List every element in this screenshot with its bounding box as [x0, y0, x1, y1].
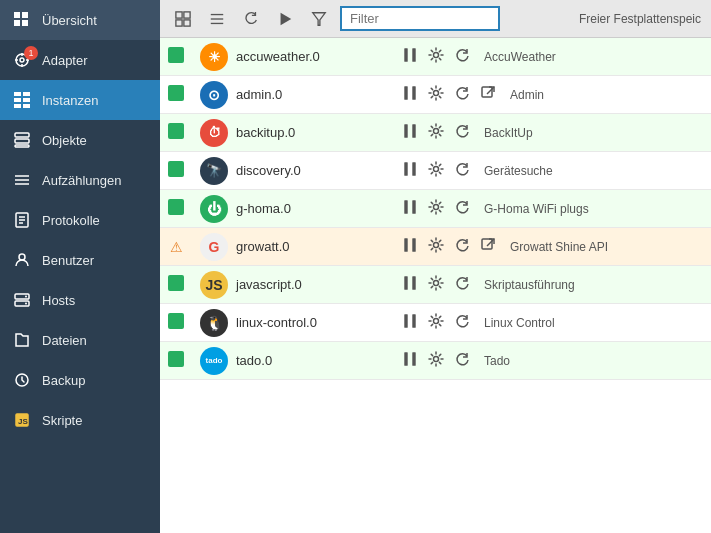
- instance-name: g-homa.0: [236, 201, 396, 216]
- restart-button[interactable]: [452, 160, 472, 181]
- restart-button[interactable]: [452, 122, 472, 143]
- play-button[interactable]: [272, 8, 298, 30]
- status-green-icon: [168, 313, 184, 329]
- sidebar-item-skripte[interactable]: JS Skripte: [0, 400, 160, 440]
- status-col: [168, 47, 192, 66]
- status-col: ⚠: [168, 239, 192, 255]
- table-row: ⚠ G growatt.0 Growatt Shine API: [160, 228, 711, 266]
- settings-button[interactable]: [426, 312, 446, 333]
- instance-name: discovery.0: [236, 163, 396, 178]
- card-view-button[interactable]: [170, 8, 196, 30]
- main-content: Freier Festplattenspeic ☀ accuweather.0: [160, 0, 711, 533]
- svg-point-73: [434, 357, 439, 362]
- svg-point-59: [434, 205, 439, 210]
- svg-point-45: [434, 53, 439, 58]
- filter-input[interactable]: [340, 6, 500, 31]
- adapter-icon-col: ⏱: [196, 119, 232, 147]
- pause-button[interactable]: [400, 274, 420, 295]
- svg-rect-1: [22, 12, 28, 18]
- restart-button[interactable]: [452, 84, 472, 105]
- restart-button[interactable]: [452, 198, 472, 219]
- pause-button[interactable]: [400, 122, 420, 143]
- svg-rect-46: [404, 86, 407, 100]
- pause-button[interactable]: [400, 350, 420, 371]
- settings-button[interactable]: [426, 350, 446, 371]
- sidebar-item-label: Dateien: [42, 333, 87, 348]
- status-col: [168, 161, 192, 180]
- settings-button[interactable]: [426, 84, 446, 105]
- instance-name: linux-control.0: [236, 315, 396, 330]
- instances-table: ☀ accuweather.0 AccuWeather ⊙ a: [160, 38, 711, 533]
- sidebar-item-adapter[interactable]: Adapter 1: [0, 40, 160, 80]
- status-green-icon: [168, 85, 184, 101]
- restart-button[interactable]: [452, 350, 472, 371]
- svg-rect-57: [404, 200, 407, 214]
- actions-col: [400, 160, 472, 181]
- sidebar-item-objekte[interactable]: Objekte: [0, 120, 160, 160]
- restart-button[interactable]: [452, 46, 472, 67]
- sidebar-item-hosts[interactable]: Hosts: [0, 280, 160, 320]
- refresh-button[interactable]: [238, 8, 264, 30]
- pause-button[interactable]: [400, 312, 420, 333]
- svg-rect-15: [23, 104, 30, 108]
- pause-button[interactable]: [400, 198, 420, 219]
- restart-button[interactable]: [452, 236, 472, 257]
- actions-col: [400, 46, 472, 67]
- sidebar-item-instanzen[interactable]: Instanzen: [0, 80, 160, 120]
- svg-rect-12: [14, 98, 21, 102]
- objekte-icon: [12, 130, 32, 150]
- pause-button[interactable]: [400, 236, 420, 257]
- settings-button[interactable]: [426, 46, 446, 67]
- svg-text:JS: JS: [18, 417, 28, 426]
- sidebar-item-protokolle[interactable]: Protokolle: [0, 200, 160, 240]
- adapter-icon-col: ☀: [196, 43, 232, 71]
- instance-description: Tado: [476, 354, 703, 368]
- svg-rect-49: [482, 87, 492, 97]
- settings-button[interactable]: [426, 274, 446, 295]
- adapter-icon: ☀: [200, 43, 228, 71]
- settings-button[interactable]: [426, 236, 446, 257]
- instance-description: Linux Control: [476, 316, 703, 330]
- adapter-icon-col: JS: [196, 271, 232, 299]
- status-green-icon: [168, 123, 184, 139]
- sidebar-item-dateien[interactable]: Dateien: [0, 320, 160, 360]
- disk-space-label: Freier Festplattenspeic: [579, 12, 701, 26]
- filter-button[interactable]: [306, 8, 332, 30]
- settings-button[interactable]: [426, 198, 446, 219]
- link-button[interactable]: [478, 84, 498, 105]
- actions-col: [400, 84, 498, 105]
- pause-button[interactable]: [400, 84, 420, 105]
- list-view-button[interactable]: [204, 8, 230, 30]
- sidebar-item-aufzahlungen[interactable]: Aufzählungen: [0, 160, 160, 200]
- svg-point-26: [19, 254, 25, 260]
- toolbar: Freier Festplattenspeic: [160, 0, 711, 38]
- svg-rect-34: [176, 11, 182, 17]
- link-button[interactable]: [478, 236, 498, 257]
- adapter-icon: ⏻: [200, 195, 228, 223]
- table-row: ☀ accuweather.0 AccuWeather: [160, 38, 711, 76]
- pause-button[interactable]: [400, 46, 420, 67]
- grid-icon: [12, 10, 32, 30]
- svg-rect-44: [412, 48, 415, 62]
- restart-button[interactable]: [452, 274, 472, 295]
- adapter-icon: JS: [200, 271, 228, 299]
- restart-button[interactable]: [452, 312, 472, 333]
- svg-rect-58: [412, 200, 415, 214]
- svg-rect-51: [404, 124, 407, 138]
- instance-name: backitup.0: [236, 125, 396, 140]
- svg-rect-14: [14, 104, 21, 108]
- sidebar-item-benutzer[interactable]: Benutzer: [0, 240, 160, 280]
- svg-rect-61: [412, 238, 415, 252]
- settings-button[interactable]: [426, 160, 446, 181]
- sidebar-item-ubersicht[interactable]: Übersicht: [0, 0, 160, 40]
- instance-description: BackItUp: [476, 126, 703, 140]
- sidebar-item-backup[interactable]: Backup: [0, 360, 160, 400]
- status-col: [168, 275, 192, 294]
- actions-col: [400, 350, 472, 371]
- status-col: [168, 313, 192, 332]
- settings-button[interactable]: [426, 122, 446, 143]
- instance-description: AccuWeather: [476, 50, 703, 64]
- svg-rect-36: [176, 19, 182, 25]
- pause-button[interactable]: [400, 160, 420, 181]
- svg-rect-11: [23, 92, 30, 96]
